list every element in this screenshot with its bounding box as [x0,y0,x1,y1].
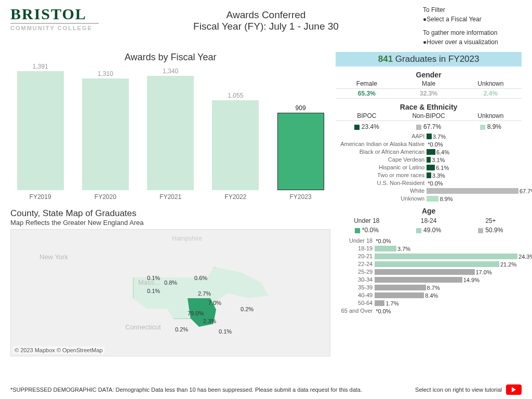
map-title: County, State Map of Graduates [10,208,330,219]
hbar-row[interactable]: 22-2421.2% [336,260,522,268]
age-val-1824: 49.0% [397,227,459,234]
instr-l3: To gather more information [423,28,522,37]
age-title: Age [336,207,522,215]
gender-val-female: 65.3% [336,90,397,97]
race-legend-vals: 23.4% 67.7% 8.9% [336,121,522,132]
gender-cat-male: Male [397,80,459,87]
footer-tutorial: Select icon on right to view tutorial [415,387,502,393]
gender-val-male: 32.3% [397,90,459,97]
race-val-nonbipoc: 67.7% [397,123,459,130]
hbar-row[interactable]: 20-2124.3% [336,252,522,260]
gender-title: Gender [336,71,522,79]
age-cat-1824: 18-24 [397,217,459,224]
hbar-row[interactable]: 18-193.7% [336,245,522,252]
map-attribution: © 2023 Mapbox © OpenStreetMap [13,347,104,354]
map-pct-label: 79.0% [188,310,204,316]
page-title: Awards Conferred Fiscal Year (FY): July … [193,9,339,32]
bar-fy2019[interactable]: 1,391FY2019 [10,63,70,201]
map-pct-label: 0.1% [147,288,160,294]
hbar-row[interactable]: Hispanic or Latino6.1% [336,164,522,171]
title-line2: Fiscal Year (FY): July 1 - June 30 [193,21,339,32]
instr-l1: To Filter [423,5,522,15]
map-pct-label: 7.0% [208,300,221,306]
hbar-row[interactable]: Under 18*0.0% [336,237,522,245]
instr-l4: ●Hover over a visualization [423,37,522,47]
bar-fy2023[interactable]: 909FY2023 [271,104,330,201]
graduates-suffix: Graduates in FY2023 [393,54,479,64]
awards-chart-title: Awards by Fiscal Year [10,52,330,63]
map-pct-label: 0.6% [194,275,207,281]
bar-fy2022[interactable]: 1,055FY2022 [206,92,265,201]
graduates-count: 841 [378,54,393,64]
logo-sub: COMMUNITY COLLEGE [10,23,99,31]
hbar-row[interactable]: 30-3414.9% [336,276,522,284]
map-pct-label: 0.8% [164,280,177,286]
hbar-row[interactable]: Black or African American6.4% [336,148,522,156]
hbar-row[interactable]: 25-2917.0% [336,268,522,276]
map-state-ny: New York [39,253,68,261]
awards-bar-chart[interactable]: 1,391FY20191,310FY20201,340FY20211,055FY… [10,65,330,201]
race-val-bipoc: 23.4% [336,123,397,130]
hbar-row[interactable]: U.S. Non-Resident*0.0% [336,179,522,187]
youtube-icon[interactable] [506,384,522,395]
hbar-row[interactable]: 50-641.7% [336,299,522,307]
graduates-map[interactable]: New York Mass... Connecticut Hampshire 0… [10,229,330,356]
age-legend-cats: Under 18 18-24 25+ [336,217,522,224]
gender-val-unknown: 2.4% [460,90,522,97]
logo: BRISTOL COMMUNITY COLLEGE [10,5,99,47]
bar-fy2021[interactable]: 1,340FY2021 [140,68,200,201]
gender-cat-female: Female [336,80,397,87]
age-val-u18: *0.0% [336,227,397,234]
hbar-row[interactable]: Cape Verdean3.1% [336,156,522,164]
race-bar-chart[interactable]: AAPI3.7%American Indian or Alaska Native… [336,132,522,203]
gender-vals: 65.3% 32.3% 2.4% [336,89,522,99]
hbar-row[interactable]: 35-398.7% [336,284,522,291]
instr-l2: ●Select a Fiscal Year [423,15,522,24]
map-state-nh: Hampshire [172,235,202,242]
age-cat-u18: Under 18 [336,217,397,224]
logo-main: BRISTOL [10,5,99,23]
graduates-header: 841 Graduates in FY2023 [336,52,522,66]
age-bar-chart[interactable]: Under 18*0.0%18-193.7%20-2124.3%22-2421.… [336,237,522,315]
hbar-row[interactable]: AAPI3.7% [336,132,522,140]
age-legend-vals: *0.0% 49.0% 50.9% [336,227,522,234]
hbar-row[interactable]: 65 and Over*0.0% [336,307,522,315]
gender-cat-unknown: Unknown [460,80,522,87]
instructions: To Filter ●Select a Fiscal Year To gathe… [423,5,522,47]
hbar-row[interactable]: Unknown8.9% [336,195,522,203]
race-legend-cats: BIPOC Non-BIPOC Unknown [336,111,522,121]
hbar-row[interactable]: White67.7% [336,187,522,195]
race-cat-nonbipoc: Non-BIPOC [397,112,459,119]
age-cat-25p: 25+ [460,217,522,224]
footer-note: *SUPPRESSED DEMOGRAPHIC DATA: Demographi… [10,387,362,393]
race-val-unknown: 8.9% [460,123,522,130]
race-title: Race & Ethnicity [336,103,522,111]
race-cat-unknown: Unknown [460,112,522,119]
age-val-25p: 50.9% [460,227,522,234]
hbar-row[interactable]: 40-498.4% [336,291,522,299]
map-pct-label: 2.3% [203,318,216,324]
map-pct-label: 0.2% [241,306,254,312]
map-pct-label: 2.7% [198,290,211,297]
hbar-row[interactable]: American Indian or Alaska Native*0.0% [336,140,522,148]
hbar-row[interactable]: Two or more races3.3% [336,171,522,179]
gender-cats: Female Male Unknown [336,79,522,89]
map-pct-label: 0.1% [219,328,232,335]
race-cat-bipoc: BIPOC [336,112,397,119]
map-pct-label: 0.2% [175,326,188,332]
map-state-ct: Connecticut [125,323,161,331]
bar-fy2020[interactable]: 1,310FY2020 [75,70,135,201]
title-line1: Awards Conferred [193,9,339,21]
map-pct-label: 0.1% [147,275,160,281]
map-subtitle: Map Reflects the Greater New England Are… [10,219,330,227]
